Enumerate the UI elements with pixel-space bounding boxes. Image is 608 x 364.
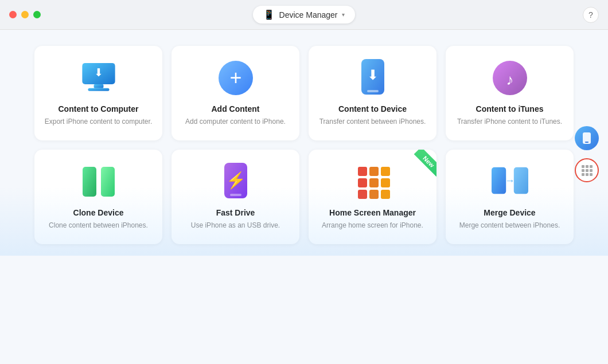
- main-content: ⬇ Content to Computer Export iPhone cont…: [0, 30, 608, 256]
- minimize-button[interactable]: [21, 11, 29, 18]
- chevron-down-icon: ▾: [342, 11, 345, 18]
- svg-rect-19: [358, 178, 367, 187]
- side-panel: [575, 126, 599, 182]
- help-button[interactable]: ?: [583, 7, 599, 23]
- card-desc-device: Transfer content between iPhones.: [319, 117, 426, 127]
- card-title-itunes: Content to iTunes: [476, 104, 544, 113]
- svg-text:→: →: [505, 175, 515, 186]
- grid-dot: [582, 165, 584, 168]
- svg-rect-3: [88, 88, 109, 91]
- add-content-icon: +: [217, 60, 254, 96]
- grid-dot: [590, 169, 593, 172]
- svg-text:+: +: [229, 66, 241, 89]
- svg-rect-21: [381, 178, 390, 187]
- fullscreen-button[interactable]: [33, 11, 41, 18]
- card-desc-computer: Export iPhone content to computer.: [45, 117, 152, 127]
- computer-icon: ⬇: [80, 60, 117, 96]
- svg-rect-29: [585, 142, 588, 143]
- card-desc-add: Add computer content to iPhone.: [185, 117, 286, 127]
- svg-rect-7: [367, 90, 379, 92]
- grid-dot: [586, 169, 588, 172]
- card-title-device: Content to Device: [338, 104, 407, 113]
- close-button[interactable]: [9, 11, 17, 18]
- svg-text:⬇: ⬇: [367, 67, 379, 83]
- svg-rect-16: [358, 167, 367, 176]
- grid-dot: [590, 165, 593, 168]
- wave-decoration: [0, 187, 608, 256]
- card-title-computer: Content to Computer: [59, 104, 139, 113]
- itunes-icon: ♪: [492, 60, 528, 96]
- grid-dot: [582, 173, 584, 176]
- card-title-add: Add Content: [212, 104, 260, 113]
- device-transfer-icon: ⬇: [354, 60, 391, 96]
- card-desc-itunes: Transfer iPhone content to iTunes.: [457, 117, 562, 127]
- svg-text:♪: ♪: [506, 71, 513, 88]
- grid-dot: [586, 173, 588, 176]
- phone-icon: 📱: [263, 9, 275, 20]
- svg-rect-20: [369, 178, 379, 187]
- grid-dot: [586, 165, 588, 168]
- title-pill[interactable]: 📱 Device Manager ▾: [253, 6, 356, 24]
- svg-rect-17: [369, 167, 379, 176]
- app-title: Device Manager: [279, 10, 338, 19]
- side-icon-device[interactable]: [575, 126, 599, 150]
- svg-text:⬇: ⬇: [94, 66, 103, 79]
- grid-dot: [582, 169, 584, 172]
- card-add-content[interactable]: + Add Content Add computer content to iP…: [172, 46, 299, 140]
- grid-icon: [582, 165, 593, 176]
- grid-dot: [590, 173, 593, 176]
- card-content-to-device[interactable]: ⬇ Content to Device Transfer content bet…: [309, 46, 436, 140]
- traffic-lights: [9, 11, 41, 18]
- titlebar: 📱 Device Manager ▾ ?: [0, 0, 608, 30]
- svg-rect-18: [381, 167, 390, 176]
- new-badge: [402, 150, 436, 184]
- side-icon-grid[interactable]: [575, 158, 599, 182]
- svg-rect-2: [93, 84, 103, 88]
- card-content-to-itunes[interactable]: ♪ Content to iTunes Transfer iPhone cont…: [446, 46, 574, 140]
- card-content-to-computer[interactable]: ⬇ Content to Computer Export iPhone cont…: [34, 46, 162, 140]
